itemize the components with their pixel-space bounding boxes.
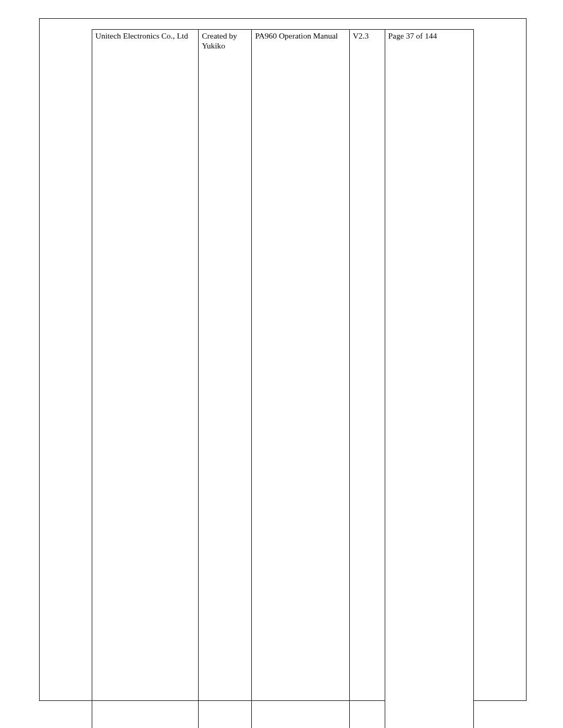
document-page: Unitech Electronics Co., Ltd Created by …: [0, 0, 563, 728]
hdr-page: Page 37 of 144: [385, 30, 473, 729]
hdr-version: V2.3: [349, 30, 385, 729]
hdr-created: Created by Yukiko: [199, 30, 252, 729]
hdr-company: Unitech Electronics Co., Ltd: [92, 30, 199, 729]
page-frame: Unitech Electronics Co., Ltd Created by …: [39, 18, 527, 701]
header-table: Unitech Electronics Co., Ltd Created by …: [92, 29, 474, 728]
hdr-docname: PA960 Operation Manual: [252, 30, 349, 729]
